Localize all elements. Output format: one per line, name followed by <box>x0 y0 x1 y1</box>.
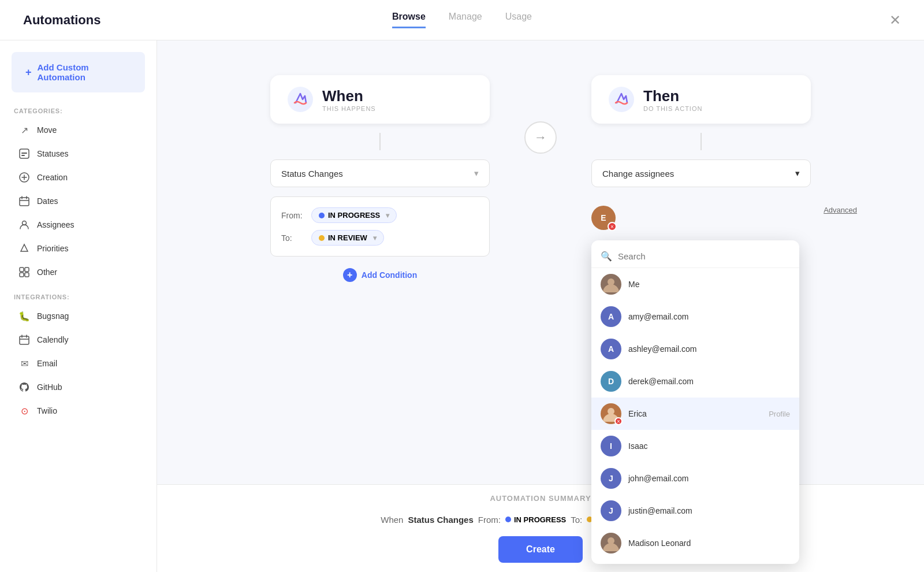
user-name-me: Me <box>628 280 639 289</box>
dropdown-item-ashley[interactable]: A ashley@email.com <box>591 333 799 365</box>
dropdown-item-me[interactable]: Me <box>591 268 799 300</box>
sidebar-item-other[interactable]: Other <box>5 261 152 284</box>
add-condition-button[interactable]: + Add Condition <box>343 266 417 284</box>
dropdown-item-isaac[interactable]: I Isaac <box>591 430 799 462</box>
assignees-icon <box>18 219 30 231</box>
summary-from-dot <box>505 517 511 522</box>
then-subtitle: DO THIS ACTION <box>643 105 702 112</box>
dates-icon <box>18 195 30 207</box>
sidebar-item-label: Statuses <box>37 149 68 158</box>
add-condition-icon: + <box>343 268 357 282</box>
then-section: Then DO THIS ACTION Change assignees ▾ E… <box>591 75 811 236</box>
sidebar-item-assignees[interactable]: Assignees <box>5 213 152 236</box>
nav-tabs: Browse Manage Usage <box>392 12 532 28</box>
add-condition-label: Add Condition <box>362 270 417 280</box>
sidebar-item-statuses[interactable]: Statuses <box>5 142 152 165</box>
categories-label: CATEGORIES: <box>0 98 157 118</box>
plus-icon: + <box>25 66 32 79</box>
user-name-justin: justin@email.com <box>628 506 692 515</box>
when-title-group: When THIS HAPPENS <box>322 87 376 112</box>
svg-rect-13 <box>20 273 24 277</box>
sidebar-item-label: Priorities <box>37 244 68 253</box>
then-title-group: Then DO THIS ACTION <box>643 87 702 112</box>
dropdown-item-justin[interactable]: J justin@email.com <box>591 495 799 527</box>
profile-link-erica[interactable]: Profile <box>769 410 790 418</box>
dropdown-item-amy[interactable]: A amy@email.com <box>591 300 799 333</box>
svg-rect-14 <box>25 273 29 277</box>
sidebar-item-label: Creation <box>37 173 68 182</box>
assignee-search-input[interactable] <box>618 251 790 261</box>
chevron-down-icon: ▾ <box>474 168 479 179</box>
create-button[interactable]: Create <box>498 536 583 563</box>
sidebar-item-calendly[interactable]: Calendly <box>5 328 152 351</box>
to-status-badge[interactable]: IN REVIEW ▾ <box>311 230 384 246</box>
tab-usage[interactable]: Usage <box>505 12 532 28</box>
remove-assignee-button[interactable]: × <box>608 222 617 231</box>
sidebar-item-label: Dates <box>37 196 58 206</box>
tab-manage[interactable]: Manage <box>449 12 482 28</box>
user-avatar-me <box>601 274 621 295</box>
dropdown-item-erica[interactable]: × Erica Profile <box>591 398 799 430</box>
then-card-header: Then DO THIS ACTION <box>591 75 811 124</box>
erica-avatar-wrapper: × <box>601 403 621 424</box>
advanced-link[interactable]: Advanced <box>824 206 857 214</box>
dropdown-item-madison[interactable]: Madison Leonard <box>591 527 799 559</box>
svg-rect-2 <box>21 155 25 156</box>
other-icon <box>18 266 30 278</box>
statuses-icon <box>18 148 30 159</box>
sidebar-item-label: Bugsnag <box>37 311 69 321</box>
from-chevron-icon: ▾ <box>386 211 389 220</box>
dropdown-item-derek[interactable]: D derek@email.com <box>591 365 799 398</box>
selected-assignee-wrapper: E × <box>591 206 616 230</box>
move-icon: ↗ <box>18 124 30 136</box>
summary-from-label: From: <box>478 515 501 525</box>
svg-rect-6 <box>20 198 29 206</box>
sidebar-item-label: Email <box>37 359 57 368</box>
priorities-icon <box>18 243 30 254</box>
add-custom-automation-button[interactable]: + Add Custom Automation <box>12 52 145 92</box>
sidebar-item-twilio[interactable]: ⊙ Twilio <box>5 399 152 422</box>
automation-builder: When THIS HAPPENS Status Changes ▾ From:… <box>157 40 924 484</box>
sidebar-item-priorities[interactable]: Priorities <box>5 237 152 260</box>
dropdown-search-row: 🔍 <box>591 245 799 268</box>
summary-label: AUTOMATION SUMMARY <box>490 494 591 503</box>
sidebar-item-label: Other <box>37 268 57 277</box>
add-custom-label: Add Custom Automation <box>38 62 131 82</box>
user-name-amy: amy@email.com <box>628 312 688 321</box>
svg-rect-11 <box>20 268 24 272</box>
sidebar-item-dates[interactable]: Dates <box>5 190 152 213</box>
action-select-value: Change assignees <box>602 169 674 179</box>
summary-to-label: To: <box>571 515 582 525</box>
to-chevron-icon: ▾ <box>373 234 377 242</box>
header: Automations Browse Manage Usage ✕ <box>0 0 924 40</box>
user-avatar-john: J <box>601 468 621 489</box>
summary-from-status: IN PROGRESS <box>505 515 566 524</box>
connector-line-1 <box>379 133 381 150</box>
connector-line-2 <box>701 133 702 150</box>
sidebar-item-label: Move <box>37 125 57 135</box>
when-icon <box>288 87 313 112</box>
summary-from-value: IN PROGRESS <box>514 515 566 524</box>
user-avatar-derek: D <box>601 371 621 392</box>
sidebar-item-github[interactable]: GitHub <box>5 376 152 399</box>
tab-browse[interactable]: Browse <box>392 12 426 28</box>
user-avatar-amy: A <box>601 306 621 327</box>
dropdown-item-john[interactable]: J john@email.com <box>591 462 799 495</box>
sidebar-item-email[interactable]: ✉ Email <box>5 352 152 375</box>
action-select[interactable]: Change assignees ▾ <box>591 159 811 187</box>
trigger-select[interactable]: Status Changes ▾ <box>270 159 490 187</box>
to-status-value: IN REVIEW <box>328 233 367 242</box>
bottom-bar: AUTOMATION SUMMARY When Status Changes F… <box>157 484 924 572</box>
calendly-icon <box>18 334 30 346</box>
sidebar-item-creation[interactable]: Creation <box>5 166 152 189</box>
sidebar-item-move[interactable]: ↗ Move <box>5 118 152 142</box>
from-status-badge[interactable]: IN PROGRESS ▾ <box>311 207 397 223</box>
erica-remove-badge: × <box>614 417 623 425</box>
sidebar-item-label: Calendly <box>37 335 68 344</box>
app-title: Automations <box>23 13 100 28</box>
action-content: E × Advanced 🔍 <box>591 206 811 236</box>
condition-box: From: IN PROGRESS ▾ To: IN REVIEW ▾ <box>270 196 490 257</box>
user-name-ashley: ashley@email.com <box>628 344 696 354</box>
sidebar-item-bugsnag[interactable]: 🐛 Bugsnag <box>5 304 152 328</box>
close-icon[interactable]: ✕ <box>889 12 901 28</box>
